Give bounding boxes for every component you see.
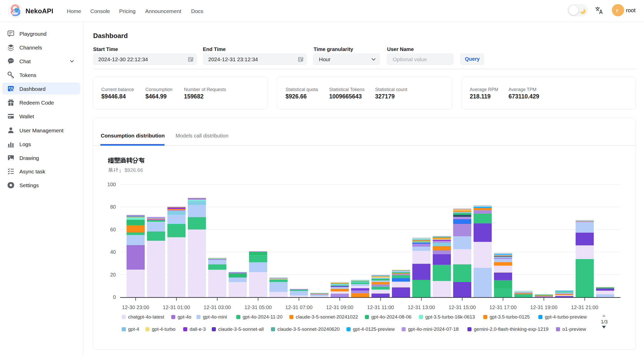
svg-text:12-31 09:00: 12-31 09:00	[326, 305, 353, 310]
svg-text:$926.66: $926.66	[125, 167, 143, 173]
svg-text:60: 60	[110, 227, 116, 232]
svg-text:12-31 17:00: 12-31 17:00	[489, 305, 517, 310]
svg-text:12-31 05:00: 12-31 05:00	[244, 305, 272, 310]
svg-text:12-31 19:00: 12-31 19:00	[530, 305, 558, 310]
svg-text:12-31 13:00: 12-31 13:00	[408, 305, 435, 310]
svg-text:12-31 01:00: 12-31 01:00	[163, 305, 190, 310]
svg-text:0: 0	[113, 294, 116, 300]
svg-text:12-31 21:00: 12-31 21:00	[571, 305, 598, 310]
svg-text:12-31 15:00: 12-31 15:00	[449, 305, 476, 310]
svg-text:100: 100	[107, 182, 116, 187]
svg-text:12-31 07:00: 12-31 07:00	[285, 305, 313, 310]
svg-text:12-31 11:00: 12-31 11:00	[367, 305, 394, 310]
svg-text:40: 40	[110, 249, 116, 255]
svg-text:20: 20	[110, 272, 116, 277]
svg-text:12-31 03:00: 12-31 03:00	[204, 305, 231, 310]
svg-text:12-30 23:00: 12-30 23:00	[122, 305, 149, 310]
svg-text:80: 80	[110, 204, 116, 210]
